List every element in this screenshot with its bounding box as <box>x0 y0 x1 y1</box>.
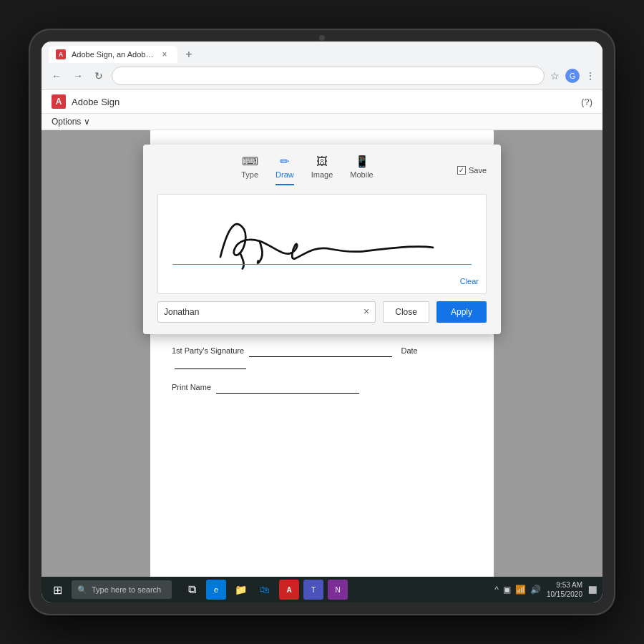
save-label: Save <box>469 165 487 177</box>
taskbar-sound-icon: 🔊 <box>530 585 541 595</box>
taskbar-time-value: 9:53 AM <box>547 580 582 590</box>
signer-name-clear-button[interactable]: × <box>364 304 369 319</box>
tablet-camera <box>319 35 325 41</box>
tab-type[interactable]: ⌨ Type <box>241 156 258 185</box>
clear-link[interactable]: Clear <box>460 275 479 288</box>
signature-drawing <box>172 202 473 280</box>
forward-button[interactable]: → <box>70 69 86 83</box>
signer-name-field[interactable]: Jonathan × <box>157 301 376 323</box>
main-content-area: Sign VII. INT respect s with and un tion… <box>42 130 602 577</box>
profile-icon[interactable]: G <box>565 69 580 83</box>
taskbar-app-files[interactable]: 📁 <box>230 580 250 600</box>
taskbar-app-onenote[interactable]: N <box>328 580 348 600</box>
apply-button[interactable]: Apply <box>436 301 487 323</box>
taskbar-network-icon: 📶 <box>515 585 526 595</box>
new-tab-button[interactable]: + <box>180 46 197 63</box>
tablet-screen: Adobe Sign, an Adobe Docu... × + ← → ↻ ☆… <box>42 42 602 602</box>
taskbar-app-adobe[interactable]: A <box>279 580 299 600</box>
taskbar-search-icon: 🔍 <box>77 585 87 595</box>
dialog-tabs: ⌨ Type ✏ Draw 🖼 Image <box>157 156 457 185</box>
help-icon: (?) <box>581 97 592 107</box>
signer-name-value: Jonathan <box>164 306 364 318</box>
taskbar-right: ^ ▣ 📶 🔊 9:53 AM 10/15/2020 ⬜ <box>494 580 597 599</box>
date-blank <box>175 357 246 370</box>
taskbar-up-arrow-icon[interactable]: ^ <box>494 585 499 595</box>
app-header: Adobe Sign (?) <box>42 90 602 114</box>
taskbar-clock[interactable]: 9:53 AM 10/15/2020 <box>547 580 582 599</box>
print-label: Print Name <box>172 383 211 391</box>
browser-menu-icon[interactable]: ⋮ <box>585 70 595 82</box>
browser-tab-active[interactable]: Adobe Sign, an Adobe Docu... × <box>49 46 177 63</box>
url-input[interactable] <box>112 67 545 85</box>
tab-image[interactable]: 🖼 Image <box>311 156 333 185</box>
windows-logo-icon: ⊞ <box>53 583 62 597</box>
taskbar-search-text: Type here to search <box>92 585 161 594</box>
image-icon: 🖼 <box>316 156 328 167</box>
tab-type-label: Type <box>241 169 258 181</box>
tab-favicon <box>56 49 66 59</box>
taskbar-app-teams[interactable]: T <box>303 580 323 600</box>
taskbar-apps: ⧉ e 📁 🛍 A T N <box>182 580 348 600</box>
document-content: Sign VII. INT respect s with and un tion… <box>150 130 494 577</box>
bookmark-icon[interactable]: ☆ <box>550 70 560 82</box>
options-button[interactable]: Options ∨ <box>52 117 592 127</box>
address-bar: ← → ↻ ☆ G ⋮ <box>49 67 595 85</box>
taskbar-system-icons: ^ ▣ 📶 🔊 <box>494 585 541 595</box>
start-button[interactable]: ⊞ <box>47 580 67 600</box>
close-button[interactable]: Close <box>383 301 429 323</box>
dialog-footer: Jonathan × Close Apply <box>157 301 487 323</box>
print-name-blank <box>216 381 359 394</box>
save-checkbox-container[interactable]: ✓ Save <box>457 165 487 177</box>
tab-title: Adobe Sign, an Adobe Docu... <box>72 50 156 59</box>
tab-mobile[interactable]: 📱 Mobile <box>350 156 373 185</box>
mobile-icon: 📱 <box>355 156 369 167</box>
taskbar-notification-icon[interactable]: ⬜ <box>588 586 597 594</box>
windows-taskbar: ⊞ 🔍 Type here to search ⧉ e 📁 🛍 A T N ^ … <box>42 577 602 602</box>
signature-blank <box>249 344 392 357</box>
taskbar-search[interactable]: 🔍 Type here to search <box>72 580 172 599</box>
taskbar-app-store[interactable]: 🛍 <box>255 580 275 600</box>
save-checkbox[interactable]: ✓ <box>457 166 466 175</box>
browser-chrome: Adobe Sign, an Adobe Docu... × + ← → ↻ ☆… <box>42 42 602 90</box>
tab-mobile-label: Mobile <box>350 169 373 181</box>
signature-baseline <box>172 264 472 265</box>
signature-dialog: ⌨ Type ✏ Draw 🖼 Image <box>143 145 501 334</box>
draw-icon: ✏ <box>280 156 289 167</box>
help-button[interactable]: (?) <box>581 97 592 107</box>
type-icon: ⌨ <box>242 156 258 167</box>
taskbar-battery-icon: ▣ <box>503 585 511 595</box>
tab-draw-label: Draw <box>275 169 294 181</box>
taskbar-app-edge[interactable]: e <box>206 580 226 600</box>
tablet-frame: Adobe Sign, an Adobe Docu... × + ← → ↻ ☆… <box>29 29 615 615</box>
party-label: 1st Party's Signature <box>172 346 244 355</box>
taskbar-app-multitask[interactable]: ⧉ <box>182 580 202 600</box>
back-button[interactable]: ← <box>49 69 64 83</box>
dialog-header: ⌨ Type ✏ Draw 🖼 Image <box>157 156 487 185</box>
date-label: Date <box>401 346 417 355</box>
refresh-button[interactable]: ↻ <box>92 69 106 83</box>
doc-signature-line: 1st Party's Signature Date <box>172 344 472 369</box>
tab-bar: Adobe Sign, an Adobe Docu... × + <box>49 46 595 63</box>
taskbar-date-value: 10/15/2020 <box>547 590 582 599</box>
adobe-sign-logo <box>52 94 66 109</box>
doc-print-name: Print Name <box>172 381 472 394</box>
options-bar: Options ∨ <box>42 114 602 130</box>
tab-draw[interactable]: ✏ Draw <box>275 156 294 185</box>
app-title: Adobe Sign <box>72 97 119 107</box>
tab-image-label: Image <box>311 169 333 181</box>
tab-close-button[interactable]: × <box>159 49 170 60</box>
signature-canvas[interactable]: Clear <box>157 194 487 294</box>
